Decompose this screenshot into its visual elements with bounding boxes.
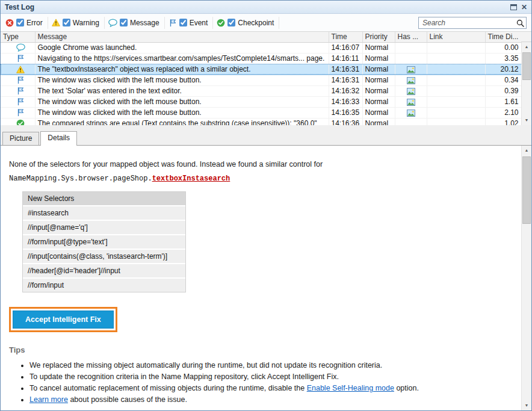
filter-checkpoint-checkbox[interactable] xyxy=(227,19,235,26)
column-header-time-di[interactable]: Time Di... xyxy=(485,32,522,42)
header-filler xyxy=(521,32,531,42)
search-input[interactable] xyxy=(418,17,527,29)
log-priority: Normal xyxy=(362,75,395,85)
filter-checkpoint-label: Checkpoint xyxy=(238,19,274,27)
log-priority: Normal xyxy=(362,53,395,64)
event-icon xyxy=(16,97,25,106)
log-link xyxy=(427,118,485,125)
log-link xyxy=(427,96,485,107)
log-link xyxy=(427,64,485,75)
filter-error: Error xyxy=(5,17,48,29)
log-row[interactable]: The window was clicked with the left mou… xyxy=(1,107,522,118)
log-time: 14:16:31 xyxy=(329,75,362,85)
tip-link[interactable]: Enable Self-Healing mode xyxy=(307,384,394,392)
filter-message-label: Message xyxy=(130,19,159,27)
close-icon[interactable]: ✕ xyxy=(521,4,527,11)
column-header-time[interactable]: Time xyxy=(329,32,362,42)
log-priority: Normal xyxy=(362,64,395,75)
selectors-header: New Selectors xyxy=(23,192,185,206)
filter-error-checkbox[interactable] xyxy=(16,19,24,26)
column-header-type[interactable]: Type xyxy=(1,32,35,42)
selector-item: //form/input xyxy=(23,279,185,292)
message-icon xyxy=(16,43,25,52)
image-icon xyxy=(407,110,415,117)
log-time-diff: 1.61 xyxy=(485,96,522,107)
log-message: The window was clicked with the left mou… xyxy=(35,107,329,118)
search-icon[interactable] xyxy=(516,19,524,29)
image-icon xyxy=(407,99,415,106)
selectors-rows: #instasearch//input[@name='q']//form/inp… xyxy=(23,206,185,292)
column-header-has[interactable]: Has ... xyxy=(395,32,427,42)
log-scrollbar[interactable]: ▲ ▼ xyxy=(521,42,531,125)
mapped-object-link[interactable]: textboxInstasearch xyxy=(152,175,230,183)
log-message: Google Chrome was launched. xyxy=(35,42,329,53)
filter-error-label: Error xyxy=(26,19,43,27)
details-scroll-thumb[interactable] xyxy=(522,156,531,224)
selectors-table: New Selectors #instasearch//input[@name=… xyxy=(22,191,186,292)
tab-picture[interactable]: Picture xyxy=(2,132,39,145)
log-row[interactable]: Navigating to the https://services.smart… xyxy=(1,53,522,64)
column-header-priority[interactable]: Priority xyxy=(362,32,395,42)
tab-details[interactable]: Details xyxy=(40,131,77,146)
log-time-diff: 20.12 xyxy=(485,64,522,75)
log-row[interactable]: The compared strings are equal (Text con… xyxy=(1,118,522,125)
checkpoint-icon xyxy=(217,19,225,27)
column-header-link[interactable]: Link xyxy=(427,32,485,42)
column-header-message[interactable]: Message xyxy=(35,32,329,42)
scroll-up-icon[interactable]: ▲ xyxy=(522,42,531,52)
filter-event-label: Event xyxy=(190,19,208,27)
filter-message: Message xyxy=(108,17,165,29)
error-icon xyxy=(5,19,14,27)
filter-bar: ErrorWarningMessageEventCheckpoint xyxy=(1,14,531,32)
accept-intelligent-fix-button[interactable]: Accept Intelligent Fix xyxy=(13,311,114,329)
checkpoint-icon xyxy=(16,119,25,125)
log-priority: Normal xyxy=(362,96,395,107)
tip-link[interactable]: Learn more xyxy=(29,395,68,404)
log-row[interactable]: The text 'Solar' was entered in the text… xyxy=(1,85,522,96)
filter-checkpoint: Checkpoint xyxy=(217,17,279,29)
log-time: 14:16:31 xyxy=(329,64,362,75)
warning-icon xyxy=(16,66,25,73)
log-time: 14:16:07 xyxy=(329,42,362,53)
tip-text: To cancel automatic replacement of missi… xyxy=(29,384,307,392)
intelligent-fix-highlight: Accept Intelligent Fix xyxy=(9,307,117,332)
log-row[interactable]: The "textboxInstasearch" object was repl… xyxy=(1,64,522,75)
log-link xyxy=(427,42,485,53)
selector-item: //header[@id='header']//input xyxy=(23,264,185,279)
log-time-diff: 0.00 xyxy=(485,42,522,53)
window-icon[interactable] xyxy=(510,4,517,10)
log-time-diff: 3.35 xyxy=(485,53,522,64)
message-icon xyxy=(108,19,117,27)
details-scroll-up-icon[interactable]: ▲ xyxy=(522,146,531,155)
tab-strip: PictureDetails xyxy=(1,125,531,146)
scroll-down-icon[interactable]: ▼ xyxy=(522,116,531,125)
event-icon xyxy=(16,76,25,84)
log-message: The window was clicked with the left mou… xyxy=(35,96,329,107)
log-message: The window was clicked with the left mou… xyxy=(35,75,329,85)
log-priority: Normal xyxy=(362,85,395,96)
filter-event-checkbox[interactable] xyxy=(179,19,187,26)
details-scroll-down-icon[interactable]: ▼ xyxy=(522,401,531,410)
filter-message-checkbox[interactable] xyxy=(120,19,128,26)
warning-icon xyxy=(52,19,60,26)
tips-list: We replaced the missing object automatic… xyxy=(29,360,511,404)
log-link xyxy=(427,85,485,96)
filter-warning-checkbox[interactable] xyxy=(63,19,70,26)
details-content: None of the selectors for your mapped ob… xyxy=(1,146,531,404)
log-row[interactable]: The window was clicked with the left mou… xyxy=(1,75,522,85)
details-scrollbar[interactable]: ▲ ▼ xyxy=(521,146,531,410)
log-row[interactable]: Google Chrome was launched.14:16:07Norma… xyxy=(1,42,522,53)
search-box xyxy=(418,17,527,29)
tip-text: about possible causes of the issue. xyxy=(68,395,187,404)
tip-item: Learn more about possible causes of the … xyxy=(29,395,511,404)
window-title: Test Log xyxy=(5,3,34,11)
selector-item: //form/input[@type='text'] xyxy=(23,235,185,250)
log-table: TypeMessageTimePriorityHas ...LinkTime D… xyxy=(1,32,523,125)
log-priority: Normal xyxy=(362,118,395,125)
log-time: 14:16:35 xyxy=(329,107,362,118)
log-scroll-thumb[interactable] xyxy=(522,52,531,80)
log-row[interactable]: The window was clicked with the left mou… xyxy=(1,96,522,107)
log-time: 14:16:11 xyxy=(329,53,362,64)
event-icon xyxy=(16,54,25,63)
tip-item: We replaced the missing object automatic… xyxy=(29,360,511,370)
